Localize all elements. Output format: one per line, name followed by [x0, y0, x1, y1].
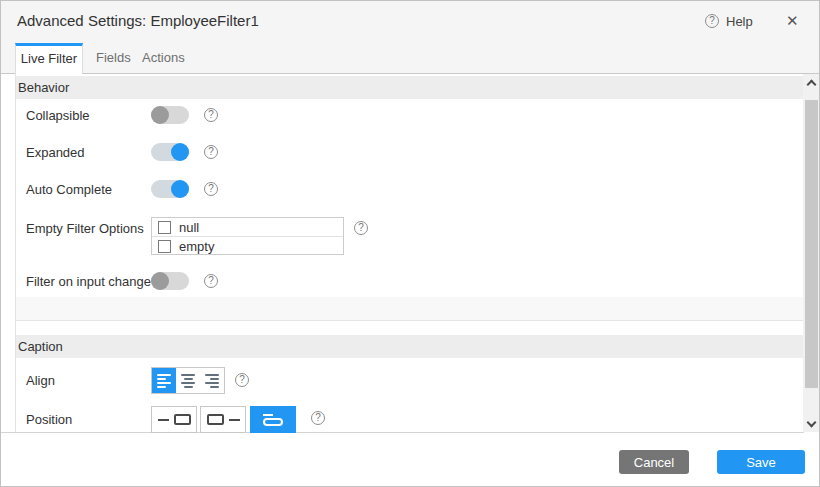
position-label-top-button[interactable]	[250, 406, 296, 433]
scrollbar-thumb[interactable]	[805, 100, 818, 388]
toggle-knob	[151, 106, 169, 124]
label-align: Align	[26, 373, 55, 388]
page-title: Advanced Settings: EmployeeFilter1	[17, 1, 259, 41]
help-icon-position[interactable]: ?	[311, 411, 325, 425]
toggle-knob	[151, 272, 169, 290]
tab-live-filter[interactable]: Live Filter	[15, 43, 83, 74]
content-left-border	[15, 74, 16, 432]
list-item-empty[interactable]: empty	[152, 237, 343, 255]
align-button-group	[151, 367, 225, 394]
checkbox-empty-label: empty	[179, 239, 214, 254]
label-right-icon	[207, 414, 224, 425]
empty-filter-options-list: null empty	[151, 217, 344, 255]
save-button[interactable]: Save	[717, 450, 805, 474]
align-right-icon	[205, 374, 219, 388]
toggle-knob	[171, 143, 189, 161]
toggle-knob	[171, 180, 189, 198]
label-left-icon	[158, 419, 169, 421]
help-circle-icon: ?	[705, 14, 719, 28]
help-button[interactable]: ? Help	[705, 1, 753, 41]
toggle-auto-complete[interactable]	[151, 180, 189, 198]
label-expanded: Expanded	[26, 145, 85, 160]
help-icon-expanded[interactable]: ?	[204, 145, 218, 159]
label-auto-complete: Auto Complete	[26, 182, 112, 197]
position-label-right-button[interactable]	[200, 406, 246, 433]
help-label: Help	[726, 14, 753, 29]
help-icon-collapsible[interactable]: ?	[204, 108, 218, 122]
section-header-behavior: Behavior	[16, 76, 803, 99]
toggle-collapsible[interactable]	[151, 106, 189, 124]
checkbox-empty[interactable]	[158, 240, 171, 253]
list-item-null[interactable]: null	[152, 218, 343, 237]
content-bottom-border	[1, 432, 804, 433]
label-filter-on-input-change: Filter on input change	[26, 274, 151, 289]
position-label-left-button[interactable]	[151, 406, 197, 433]
tab-fields[interactable]: Fields	[96, 47, 131, 69]
label-empty-filter-options: Empty Filter Options	[26, 221, 144, 236]
label-collapsible: Collapsible	[26, 108, 90, 123]
checkbox-null[interactable]	[158, 221, 171, 234]
help-icon-auto-complete[interactable]: ?	[204, 182, 218, 196]
tab-actions[interactable]: Actions	[142, 47, 185, 69]
toggle-filter-on-input-change[interactable]	[151, 272, 189, 290]
close-icon[interactable]: ✕	[786, 1, 799, 41]
section-header-caption: Caption	[16, 335, 803, 358]
toggle-expanded[interactable]	[151, 143, 189, 161]
align-right-button[interactable]	[200, 368, 224, 393]
help-icon-align[interactable]: ?	[235, 373, 249, 387]
label-top-icon	[263, 414, 283, 426]
behavior-section-footer	[16, 297, 803, 321]
cancel-button[interactable]: Cancel	[619, 450, 689, 474]
align-left-button[interactable]	[152, 368, 176, 393]
align-left-icon	[157, 374, 171, 388]
help-icon-filter-on-input-change[interactable]: ?	[204, 274, 218, 288]
align-center-button[interactable]	[176, 368, 200, 393]
checkbox-null-label: null	[179, 220, 199, 235]
advanced-settings-dialog: Advanced Settings: EmployeeFilter1 ? Hel…	[0, 0, 820, 487]
label-position: Position	[26, 412, 72, 427]
align-center-icon	[181, 374, 195, 388]
help-icon-empty-filter-options[interactable]: ?	[354, 221, 368, 235]
